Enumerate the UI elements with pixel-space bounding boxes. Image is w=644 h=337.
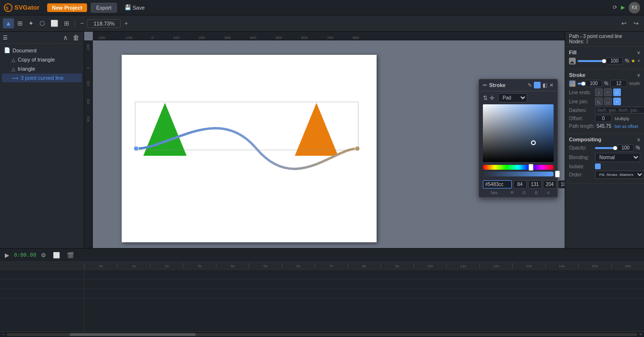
stroke-opacity-slider[interactable] [578,83,583,85]
stroke-collapse-arrow[interactable]: ∨ [637,73,640,78]
control-point-2[interactable] [355,146,360,151]
fill-section-title: Fill ∨ [569,50,640,55]
stroke-width-input[interactable] [610,80,627,87]
layer-item-triangle[interactable]: △ triangle [2,64,82,73]
cp-alpha-slider[interactable] [483,172,554,176]
compositing-section: Compositing ∨ Opacity: % Blending: Norma… [565,134,644,184]
cp-b-input[interactable] [543,180,556,188]
cp-icon-1[interactable]: ✎ [528,82,532,88]
ruler-top: -200 -100 0 100 200 300 400 500 600 700 … [93,32,565,40]
layer-item-copy-triangle[interactable]: △ Copy of triangle [2,55,82,64]
stroke-pct-label: % [604,81,608,86]
zoom-input[interactable] [87,19,121,28]
offset-label: Offset: [569,116,593,121]
app-name: SVGator [14,4,39,11]
cp-gradient-field[interactable] [483,104,554,162]
play-icon[interactable]: ▶ [621,4,625,11]
minus-button[interactable]: − [78,18,87,28]
stroke-color-swatch[interactable] [569,80,576,87]
scroll-minus[interactable]: − [2,332,5,337]
path-length-row: Path length: 545.75 Set as offset [569,124,640,129]
control-point-1[interactable] [134,146,139,151]
layer-item-curved-line[interactable]: ⟿ 3 point curved line [2,74,82,82]
mark-3s: 3s [183,263,215,268]
layer-label-curved-line: 3 point curved line [21,75,63,81]
blending-dropdown[interactable]: Normal Multiply Screen Overlay [595,153,640,162]
pad-dropdown[interactable]: Pad Reflect Repeat [498,93,527,102]
cp-hex-input[interactable] [483,180,512,188]
cp-hue-slider[interactable] [483,165,554,170]
svg-text:S: S [6,5,9,10]
shape-tool-button[interactable]: ⬡ [37,18,47,28]
fill-label: Fill [569,50,577,55]
dashes-input[interactable] [595,107,644,113]
save-button[interactable]: 💾 Save [121,3,149,12]
fill-opacity-input[interactable] [606,57,623,64]
redo-button[interactable]: ↪ [631,18,641,28]
crosshair-icon[interactable]: ✛ [490,95,494,101]
cp-r-input[interactable] [513,180,527,188]
cp-a-input[interactable] [558,180,565,188]
layers-panel-header: ☰ ∧ 🗑 [0,32,84,44]
cp-icon-2[interactable]: ◧ [543,82,547,88]
stroke-section-title: Stroke ∨ [569,72,640,78]
play-button[interactable]: ▶ [3,251,11,260]
sync-icon[interactable]: ⟳ [613,4,617,11]
isolate-checkbox[interactable] [595,163,601,169]
undo-button[interactable]: ↩ [619,18,629,28]
stroke-opacity-input[interactable] [585,80,602,87]
opacity-input[interactable] [617,144,634,151]
fill-star-icon[interactable]: ★ [631,58,635,63]
logo: S SVGator [4,3,39,12]
swap-icon[interactable]: ⇅ [483,95,488,101]
opacity-slider[interactable] [595,147,615,149]
orange-triangle[interactable] [295,103,338,156]
canvas-area[interactable]: -200 -100 0 100 200 300 400 500 600 700 … [84,32,565,248]
fill-collapse-arrow[interactable]: ∨ [637,50,640,55]
export-button[interactable]: Export [91,3,117,12]
cp-gradient-area[interactable] [479,104,557,162]
horizontal-scrollbar[interactable] [7,333,637,336]
opacity-row: Opacity: % [569,144,640,151]
line-join-bevel-button[interactable]: ⌐ [613,98,621,105]
canvas-svg[interactable] [122,55,377,242]
rect-tool-button[interactable]: ⬜ [48,18,61,28]
select-tool-button[interactable]: ▲ [3,18,14,28]
new-project-button[interactable]: New Project [47,3,87,12]
cp-g-input[interactable] [528,180,542,188]
collapse-panel-button[interactable]: ∧ [62,34,69,41]
delete-layer-button[interactable]: 🗑 [71,34,81,41]
stroke-opacity-thumb [581,82,585,86]
multiply-label[interactable]: Multiply [615,116,630,121]
set-as-offset-button[interactable]: Set as offset [614,124,638,129]
timeline-btn-2[interactable]: 🎬 [65,251,76,260]
line-end-flat-button[interactable]: | [595,88,603,96]
fill-plus-icon[interactable]: + [637,58,640,63]
line-end-square-button[interactable]: □ [613,88,621,96]
color-picker-panel: ✏ Stroke ✎ ◧ ✕ ⇅ ✛ Pad Reflect Repeat [479,79,558,198]
transform-tool-button[interactable]: ⊞ [15,18,25,28]
line-join-miter-button[interactable]: ◺ [595,98,603,105]
timeline-track-2 [0,279,84,289]
grid-tool-button[interactable]: ⊞ [62,18,72,28]
document-label: Document [13,48,37,53]
node-tool-button[interactable]: ✦ [26,18,36,28]
cp-icon-3[interactable]: ✕ [549,82,554,88]
offset-input[interactable] [595,115,612,122]
settings-button[interactable]: ⚙ [39,251,48,260]
compositing-label: Compositing [569,137,601,142]
fill-opacity-slider[interactable] [578,60,604,62]
timeline-btn-1[interactable]: ⬜ [51,251,62,260]
line-join-round-button[interactable]: ◡ [604,98,612,105]
order-dropdown[interactable]: Fill, Stroke, Markers [595,171,644,179]
mark-15s: 15s [578,263,611,268]
compositing-arrow[interactable]: ∨ [637,137,640,142]
scroll-plus[interactable]: + [639,332,642,337]
avatar[interactable]: Kit [629,2,640,13]
line-end-round-button[interactable]: ○ [604,88,612,96]
cp-square-icon[interactable] [534,82,541,88]
document-layer-header[interactable]: 📄 Document [0,46,84,55]
plus-button[interactable]: + [122,18,130,28]
topbar: S SVGator New Project Export 💾 Save ⟳ ▶ … [0,0,644,15]
green-triangle[interactable] [143,103,187,156]
